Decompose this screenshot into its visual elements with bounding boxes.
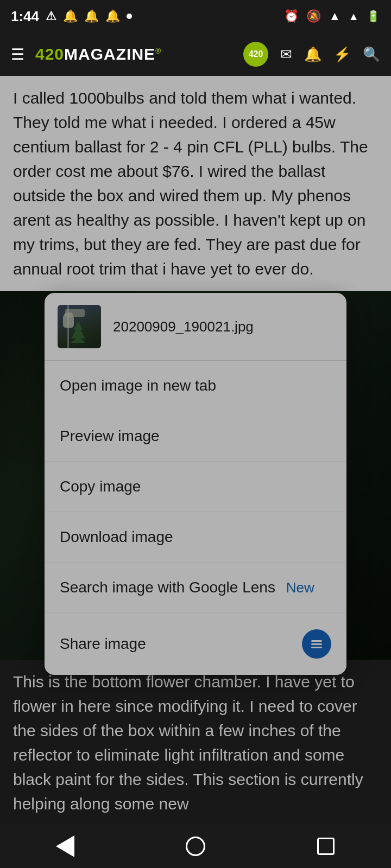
warning-icon: ⚠ (46, 9, 56, 23)
home-button[interactable] (179, 830, 212, 863)
status-time: 1:44 (11, 8, 39, 25)
svg-rect-0 (311, 640, 322, 642)
menu-image-thumbnail (58, 305, 101, 348)
dot-icon (127, 14, 132, 19)
recent-button[interactable] (310, 830, 342, 863)
hamburger-menu[interactable]: ☰ (11, 46, 24, 63)
context-menu: 20200909_190021.jpg Open image in new ta… (45, 293, 346, 675)
menu-item-share-label: Share image (60, 635, 146, 653)
bell-icon-3: 🔔 (105, 9, 120, 23)
nav-mail-icon[interactable]: ✉ (280, 46, 292, 63)
share-icon (302, 629, 331, 659)
article-bottom-text: This is the bottom flower chamber. I hav… (0, 660, 391, 826)
logo-text: 420MAGAZINE® (35, 45, 161, 63)
menu-item-preview-label: Preview image (60, 427, 160, 445)
nav-logo: 420MAGAZINE® (35, 45, 232, 63)
back-icon (56, 835, 74, 857)
menu-item-copy-label: Copy image (60, 478, 141, 495)
status-right: ⏰ 🔕 ▲ ▲ 🔋 (284, 9, 380, 23)
menu-filename: 20200909_190021.jpg (113, 318, 254, 335)
recent-icon (317, 838, 335, 855)
nav-bell-icon[interactable]: 🔔 (304, 46, 321, 63)
menu-item-share[interactable]: Share image (45, 613, 346, 675)
bell-icon-2: 🔔 (84, 9, 99, 23)
menu-item-download-label: Download image (60, 528, 173, 546)
back-button[interactable] (49, 830, 81, 863)
bell-off-icon: 🔕 (306, 9, 321, 23)
svg-rect-1 (311, 643, 322, 645)
article-top-text: I called 1000bulbs and told them what i … (0, 76, 391, 291)
share-icon-svg (309, 636, 324, 652)
status-left: 1:44 ⚠ 🔔 🔔 🔔 (11, 8, 132, 25)
nav-icons: 420 ✉ 🔔 ⚡ 🔍 (243, 42, 380, 67)
bell-icon-1: 🔔 (63, 9, 78, 23)
menu-item-google-lens-label: Search image with Google Lens New (60, 579, 314, 596)
alarm-icon: ⏰ (284, 9, 299, 23)
menu-item-open-new-tab-label: Open image in new tab (60, 377, 216, 394)
menu-item-google-lens[interactable]: Search image with Google Lens New (45, 563, 346, 613)
menu-item-open-new-tab[interactable]: Open image in new tab (45, 361, 346, 411)
signal-icon: ▲ (348, 10, 359, 23)
battery-icon: 🔋 (367, 10, 380, 23)
nav-search-icon[interactable]: 🔍 (363, 46, 380, 63)
menu-item-preview[interactable]: Preview image (45, 411, 346, 462)
nav-bar: ☰ 420MAGAZINE® 420 ✉ 🔔 ⚡ 🔍 (0, 33, 391, 76)
menu-header: 20200909_190021.jpg (45, 293, 346, 361)
bottom-nav (0, 825, 391, 868)
new-badge: New (286, 579, 314, 596)
wifi-icon: ▲ (329, 9, 340, 23)
menu-item-download[interactable]: Download image (45, 512, 346, 563)
svg-rect-2 (311, 647, 322, 648)
menu-item-copy[interactable]: Copy image (45, 462, 346, 512)
home-icon (186, 837, 205, 856)
status-bar: 1:44 ⚠ 🔔 🔔 🔔 ⏰ 🔕 ▲ ▲ 🔋 (0, 0, 391, 33)
nav-lightning-icon[interactable]: ⚡ (333, 46, 351, 63)
nav-profile-icon[interactable]: 420 (243, 42, 268, 67)
